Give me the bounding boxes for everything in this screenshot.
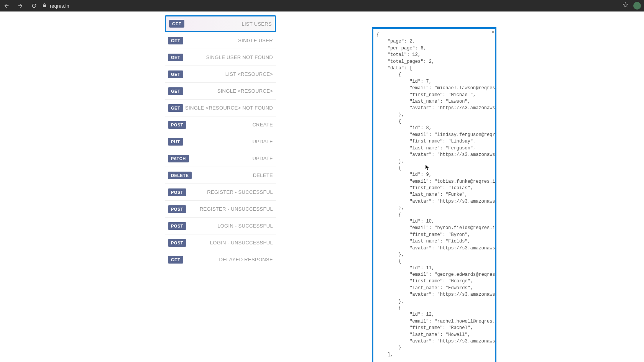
endpoint-label: DELETE	[253, 172, 273, 178]
endpoint-item[interactable]: POSTLOGIN - SUCCESSFUL	[165, 218, 276, 234]
method-badge: GET	[168, 104, 183, 112]
method-badge: GET	[168, 87, 183, 95]
method-badge: GET	[168, 256, 183, 264]
endpoint-item[interactable]: GETSINGLE USER	[165, 32, 276, 49]
endpoint-item[interactable]: GETLIST <RESOURCE>	[165, 66, 276, 83]
lock-icon	[42, 2, 47, 9]
endpoint-item[interactable]: POSTREGISTER - SUCCESSFUL	[165, 184, 276, 201]
page-content: GETLIST USERSGETSINGLE USERGETSINGLE USE…	[0, 11, 644, 362]
endpoint-item[interactable]: GETDELAYED RESPONSE	[165, 251, 276, 268]
endpoint-item[interactable]: POSTLOGIN - UNSUCCESSFUL	[165, 234, 276, 251]
endpoint-label: REGISTER - SUCCESSFUL	[207, 189, 273, 195]
method-badge: POST	[168, 188, 186, 196]
profile-avatar[interactable]	[633, 2, 641, 10]
method-badge: POST	[168, 222, 186, 230]
response-body[interactable]: { "page": 2, "per_page": 6, "total": 12,…	[373, 29, 495, 362]
address-bar[interactable]: reqres.in	[42, 2, 618, 9]
scrollbar-thumb[interactable]	[492, 31, 494, 33]
method-badge: POST	[168, 121, 186, 129]
endpoint-label: LIST USERS	[242, 21, 272, 27]
endpoint-item[interactable]: POSTCREATE	[165, 116, 276, 133]
endpoint-item[interactable]: GETLIST USERS	[165, 15, 276, 32]
endpoint-label: UPDATE	[252, 139, 273, 144]
reload-button[interactable]	[31, 2, 38, 9]
method-badge: PUT	[168, 138, 183, 146]
forward-button[interactable]	[17, 2, 24, 9]
method-badge: GET	[168, 70, 183, 78]
endpoint-label: SINGLE USER	[238, 38, 273, 43]
endpoint-item[interactable]: GETSINGLE <RESOURCE> NOT FOUND	[165, 100, 276, 116]
endpoint-item[interactable]: PUTUPDATE	[165, 133, 276, 150]
endpoint-item[interactable]: GETSINGLE <RESOURCE>	[165, 83, 276, 100]
method-badge: POST	[168, 239, 186, 247]
browser-right-icons	[623, 2, 641, 10]
bookmark-star-icon[interactable]	[623, 2, 629, 10]
endpoint-item[interactable]: DELETEDELETE	[165, 167, 276, 184]
endpoint-label: CREATE	[252, 122, 273, 128]
endpoint-label: LOGIN - UNSUCCESSFUL	[210, 240, 273, 246]
method-badge: POST	[168, 205, 186, 213]
url-text: reqres.in	[50, 3, 69, 9]
endpoint-item[interactable]: GETSINGLE USER NOT FOUND	[165, 49, 276, 66]
endpoint-list: GETLIST USERSGETSINGLE USERGETSINGLE USE…	[165, 15, 276, 268]
response-panel: { "page": 2, "per_page": 6, "total": 12,…	[372, 27, 496, 362]
method-badge: GET	[168, 37, 183, 44]
method-badge: GET	[169, 20, 184, 28]
endpoint-label: SINGLE USER NOT FOUND	[206, 54, 273, 60]
method-badge: DELETE	[168, 172, 192, 179]
browser-toolbar: reqres.in	[0, 0, 644, 11]
endpoint-item[interactable]: PATCHUPDATE	[165, 150, 276, 167]
back-button[interactable]	[3, 2, 10, 9]
method-badge: GET	[168, 54, 183, 61]
endpoint-label: SINGLE <RESOURCE> NOT FOUND	[185, 105, 273, 111]
endpoint-label: UPDATE	[252, 156, 273, 161]
endpoint-label: LIST <RESOURCE>	[225, 71, 273, 77]
endpoint-item[interactable]: POSTREGISTER - UNSUCCESSFUL	[165, 201, 276, 218]
endpoint-label: REGISTER - UNSUCCESSFUL	[200, 206, 273, 212]
endpoint-label: SINGLE <RESOURCE>	[217, 88, 273, 94]
nav-button-group	[3, 2, 38, 9]
method-badge: PATCH	[168, 155, 189, 162]
endpoint-label: DELAYED RESPONSE	[219, 257, 273, 262]
endpoint-label: LOGIN - SUCCESSFUL	[217, 223, 273, 229]
